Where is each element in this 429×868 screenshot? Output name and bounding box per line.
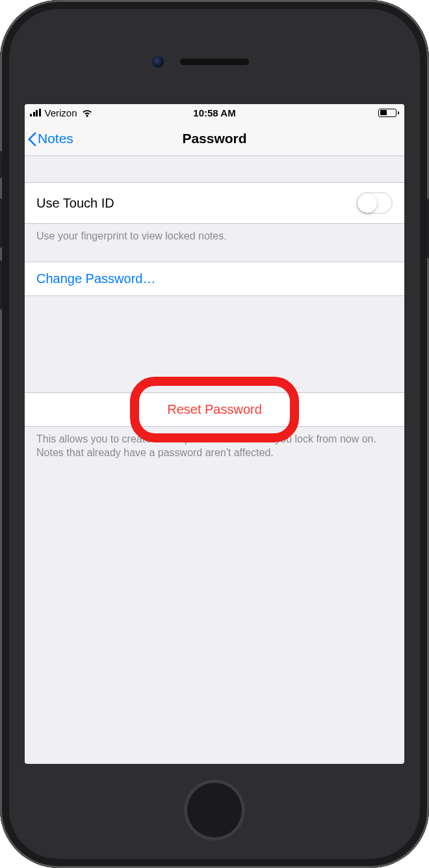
touch-id-row: Use Touch ID	[25, 182, 404, 224]
back-button-label: Notes	[38, 131, 73, 146]
navigation-bar: Notes Password	[25, 121, 404, 156]
chevron-left-icon	[29, 131, 38, 146]
status-time: 10:58 AM	[193, 107, 235, 118]
home-button[interactable]	[184, 780, 245, 841]
carrier-label: Verizon	[45, 107, 77, 118]
front-camera	[152, 56, 164, 68]
volume-down-button	[0, 260, 2, 310]
earpiece-speaker	[180, 59, 249, 65]
phone-device-frame: Verizon 10:58 AM Notes Password	[0, 0, 429, 868]
change-password-label: Change Password…	[36, 271, 155, 286]
reset-password-label: Reset Password	[167, 402, 262, 417]
wifi-icon	[81, 109, 93, 117]
settings-content: Use Touch ID Use your fingerprint to vie…	[25, 156, 404, 460]
screen: Verizon 10:58 AM Notes Password	[25, 104, 404, 764]
back-button[interactable]: Notes	[25, 131, 73, 146]
reset-password-button[interactable]: Reset Password	[25, 392, 404, 427]
reset-password-footer: This allows you to create a new password…	[25, 427, 404, 460]
touch-id-footer: Use your fingerprint to view locked note…	[25, 224, 404, 243]
change-password-row[interactable]: Change Password…	[25, 262, 404, 296]
page-title: Password	[182, 131, 246, 146]
cellular-signal-icon	[30, 109, 41, 116]
battery-icon	[378, 109, 399, 117]
toggle-knob	[358, 193, 377, 213]
touch-id-label: Use Touch ID	[36, 196, 114, 211]
status-bar: Verizon 10:58 AM	[25, 104, 404, 121]
touch-id-toggle[interactable]	[356, 192, 393, 214]
mute-switch	[0, 151, 2, 178]
volume-up-button	[0, 198, 2, 248]
